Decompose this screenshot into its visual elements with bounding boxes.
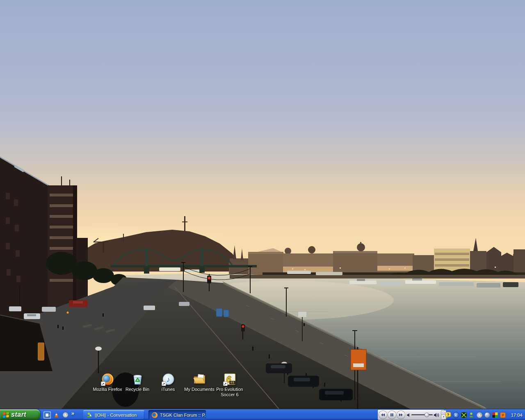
taskbar-window-messenger[interactable]: ||OH|| - Conversation	[83, 410, 144, 420]
itunes-deskband: ▢ ▾	[378, 410, 444, 420]
desktop-icon-itunes[interactable]: ♪ ↗ iTunes	[152, 372, 185, 392]
pause-button[interactable]	[388, 411, 396, 419]
desktop-icon-label: Mozilla Firefox	[91, 387, 124, 392]
desktop[interactable]: ↗ Mozilla Firefox Recycle B	[0, 0, 525, 409]
desktop-icon-firefox[interactable]: ↗ Mozilla Firefox	[91, 372, 124, 392]
four-color-grid-icon[interactable]	[492, 411, 498, 418]
speaker-min-icon	[407, 413, 410, 417]
taskbar-window-browser[interactable]: TSGK Clan Forum :: P...	[148, 410, 206, 420]
volume-slider-thumb[interactable]	[425, 413, 429, 417]
firefox-icon	[151, 412, 158, 418]
shortcut-arrow-badge: ↗	[101, 381, 105, 386]
media-disc-icon[interactable]	[476, 411, 483, 418]
taskbar: start	[0, 409, 525, 420]
firefox-icon: ↗	[101, 372, 114, 386]
desktop-icon-recycle-bin[interactable]: Recycle Bin	[121, 372, 154, 392]
blue-sphere-icon[interactable]	[484, 411, 491, 418]
start-button[interactable]: start	[0, 409, 40, 420]
wallpaper-photo	[0, 0, 525, 409]
window-title: TSGK Clan Forum :: P...	[160, 413, 206, 418]
desktop-icon-label: Recycle Bin	[121, 387, 154, 392]
volume-slider[interactable]	[411, 414, 433, 415]
quick-launch-overflow-chevron[interactable]: »	[71, 410, 74, 416]
svg-text:♪: ♪	[167, 375, 170, 383]
help-balloon-icon[interactable]: ?	[445, 411, 452, 418]
start-button-label: start	[11, 411, 26, 418]
system-tray: ? ‹	[445, 409, 525, 420]
volume-control	[407, 413, 439, 418]
recycle-bin-icon	[131, 372, 144, 386]
desktop-icon-label: iTunes	[152, 387, 185, 392]
desktop-icon-pes6[interactable]: 6 ES ↗ Pro Evolution Soccer 6	[213, 372, 246, 397]
desktop-icon-label: My Documents	[183, 387, 216, 392]
my-documents-folder-icon	[193, 372, 206, 386]
itunes-icon: ♪ ↗	[162, 372, 175, 386]
window-title: ||OH|| - Conversation	[95, 413, 137, 418]
desktop-icon-label: Pro Evolution Soccer 6	[213, 387, 246, 397]
tray-clock[interactable]: 17:04	[511, 413, 525, 418]
windows-logo-icon	[3, 412, 9, 418]
windows-xp-screen: ↗ Mozilla Firefox Recycle B	[0, 0, 525, 420]
pes6-icon: 6 ES ↗	[223, 372, 237, 386]
shortcut-arrow-badge: ↗	[223, 381, 228, 386]
quick-launch-bar: »	[42, 409, 74, 420]
xfire-icon[interactable]	[461, 411, 467, 418]
speaker-max-icon	[434, 413, 439, 418]
rewind-button[interactable]	[379, 411, 387, 419]
svg-text:ES: ES	[230, 381, 234, 384]
hide-icons-chevron-button[interactable]: ‹	[453, 411, 459, 418]
vlc-icon[interactable]	[52, 411, 60, 419]
desktop-icon-my-documents[interactable]: My Documents	[183, 372, 216, 392]
messenger-buddy-icon[interactable]	[468, 411, 475, 418]
messenger-buddy-icon	[86, 412, 93, 418]
shortcut-arrow-badge: ↗	[162, 381, 166, 386]
svg-text:?: ?	[447, 413, 450, 417]
fast-forward-button[interactable]	[397, 411, 405, 419]
svg-text:‹: ‹	[455, 412, 457, 418]
media-player-disc-icon[interactable]	[62, 411, 69, 419]
show-desktop-icon[interactable]	[43, 411, 51, 419]
orange-app-icon[interactable]	[500, 411, 506, 418]
